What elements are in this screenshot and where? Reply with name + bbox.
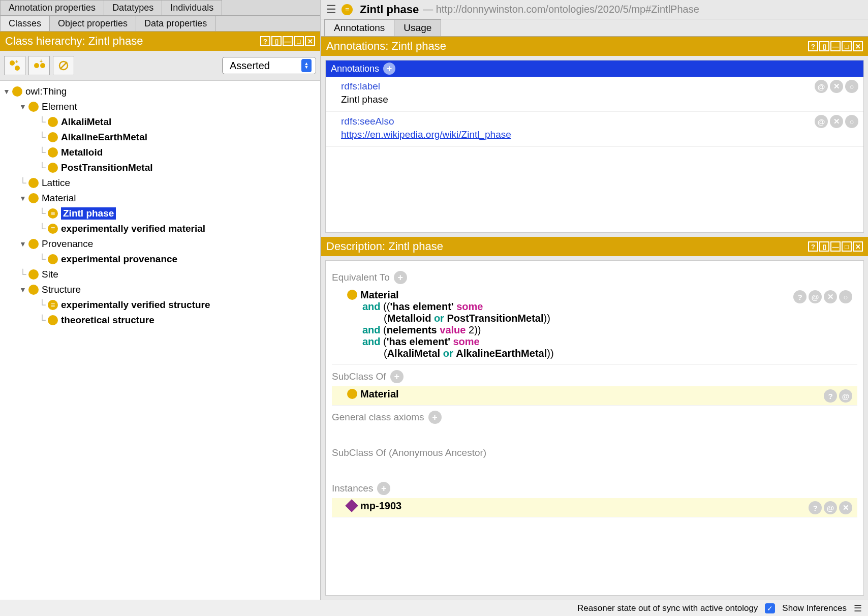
instance-expression[interactable]: ? @ ✕ mp-1903 (332, 498, 857, 517)
delete-icon[interactable]: ✕ (830, 115, 843, 128)
annotation-item-seealso[interactable]: @ ✕ ○ rdfs:seeAlso https://en.wikipedia.… (326, 112, 863, 147)
annotation-item-label[interactable]: @ ✕ ○ rdfs:label Zintl phase (326, 77, 863, 112)
panel-split-icon[interactable]: ▯ (271, 36, 282, 46)
class-ref: Material (360, 388, 399, 399)
delete-icon[interactable]: ✕ (824, 290, 837, 303)
disclosure-icon[interactable]: ▼ (18, 194, 27, 202)
tree-node-alkali[interactable]: └ AlkaliMetal (2, 114, 318, 130)
panel-close-icon[interactable]: ✕ (305, 36, 315, 46)
tab-annotations[interactable]: Annotations (324, 19, 394, 36)
delete-class-button[interactable] (53, 56, 74, 75)
literal-value: 2 (469, 324, 474, 335)
panel-help-icon[interactable]: ? (808, 41, 818, 51)
tree-label: AlkalineEarthMetal (61, 132, 147, 143)
panel-maximize-icon[interactable]: □ (842, 241, 852, 252)
panel-minimize-icon[interactable]: — (830, 41, 841, 51)
tree-node-structure[interactable]: ▼ Structure (2, 282, 318, 297)
annotate-icon[interactable]: @ (839, 389, 852, 403)
description-panel-title: Description: Zintl phase (326, 240, 443, 253)
delete-icon[interactable]: ✕ (830, 80, 843, 93)
disclosure-icon[interactable]: ▼ (18, 240, 27, 248)
tree-node-alkaline[interactable]: └ AlkalineEarthMetal (2, 130, 318, 145)
left-tabs-row1: Annotation properties Datatypes Individu… (0, 0, 320, 16)
list-menu-icon[interactable]: ☰ (854, 603, 862, 614)
add-instance-button[interactable]: + (377, 482, 390, 495)
tree-node-lattice[interactable]: └ Lattice (2, 175, 318, 191)
annotate-icon[interactable]: @ (809, 290, 822, 303)
explain-icon[interactable]: ? (793, 290, 807, 303)
equivalent-to-expression[interactable]: ? @ ✕ ○ Material and (('has element' som… (332, 287, 857, 365)
panel-split-icon[interactable]: ▯ (819, 41, 829, 51)
tree-node-zintl[interactable]: └ ≡ Zintl phase (2, 206, 318, 221)
tree-label: Provenance (42, 238, 93, 250)
annotations-section-label: Annotations (331, 64, 379, 74)
add-subclass-button[interactable]: + (4, 56, 25, 75)
panel-close-icon[interactable]: ✕ (853, 41, 863, 51)
add-subclass-button[interactable]: + (390, 370, 404, 383)
section-label: SubClass Of (332, 371, 386, 382)
disclosure-icon[interactable]: ▼ (2, 87, 11, 96)
panel-help-icon[interactable]: ? (808, 241, 818, 252)
annotation-link[interactable]: https://en.wikipedia.org/wiki/Zintl_phas… (341, 129, 511, 140)
subclass-of-expression[interactable]: ? @ Material (332, 386, 857, 406)
add-sibling-button[interactable]: + (28, 56, 50, 75)
svg-text:+: + (15, 59, 18, 65)
annotate-icon[interactable]: @ (815, 80, 828, 93)
tree-node-site[interactable]: └ Site (2, 267, 318, 282)
tree-node-material[interactable]: ▼ Material (2, 191, 318, 206)
panel-help-icon[interactable]: ? (260, 36, 270, 46)
tab-classes[interactable]: Classes (0, 16, 50, 31)
tree-label: AlkaliMetal (61, 116, 111, 128)
tree-node-thing[interactable]: ▼ owl:Thing (2, 84, 318, 99)
disclosure-icon[interactable]: ▼ (18, 103, 27, 111)
dropdown-chevron-icon: ▲▼ (301, 59, 312, 72)
assertion-mode-dropdown[interactable]: Asserted ▲▼ (222, 57, 316, 74)
tab-annotation-properties[interactable]: Annotation properties (0, 0, 104, 15)
show-inferences-checkbox[interactable]: ✓ (765, 603, 775, 613)
class-ref: PostTransitionMetal (447, 313, 543, 324)
tree-node-expmat[interactable]: └ ≡ experimentally verified material (2, 221, 318, 236)
add-annotation-button[interactable]: + (383, 63, 395, 75)
class-icon (48, 254, 58, 264)
tree-node-element[interactable]: ▼ Element (2, 99, 318, 114)
panel-maximize-icon[interactable]: □ (294, 36, 304, 46)
add-gca-button[interactable]: + (428, 411, 442, 424)
tab-object-properties[interactable]: Object properties (49, 16, 136, 31)
panel-minimize-icon[interactable]: — (283, 36, 293, 46)
panel-minimize-icon[interactable]: — (830, 241, 841, 252)
tab-individuals[interactable]: Individuals (162, 0, 222, 15)
tree-node-provenance[interactable]: ▼ Provenance (2, 236, 318, 252)
tree-label: owl:Thing (25, 86, 67, 97)
svg-point-0 (10, 60, 15, 66)
section-label: Instances (332, 483, 373, 494)
left-tabs-row2: Classes Object properties Data propertie… (0, 16, 320, 32)
class-icon (28, 285, 39, 295)
tree-node-metalloid[interactable]: └ Metalloid (2, 145, 318, 160)
disclosure-icon[interactable]: ▼ (18, 286, 27, 294)
hamburger-icon[interactable]: ☰ (326, 3, 336, 16)
class-icon (12, 86, 22, 97)
explain-icon[interactable]: ? (809, 501, 822, 514)
add-equivalent-button[interactable]: + (394, 271, 407, 284)
annotate-icon[interactable]: @ (815, 115, 828, 128)
tree-node-expprov[interactable]: └ experimental provenance (2, 252, 318, 267)
panel-close-icon[interactable]: ✕ (853, 241, 863, 252)
tab-usage[interactable]: Usage (394, 19, 441, 36)
edit-icon[interactable]: ○ (845, 115, 858, 128)
tree-node-expstruct[interactable]: └ ≡ experimentally verified structure (2, 297, 318, 313)
edit-icon[interactable]: ○ (839, 290, 852, 303)
panel-split-icon[interactable]: ▯ (819, 241, 829, 252)
explain-icon[interactable]: ? (824, 389, 837, 403)
tab-data-properties[interactable]: Data properties (136, 16, 215, 31)
description-content[interactable]: Equivalent To + ? @ ✕ ○ Material and (('… (325, 260, 864, 596)
tree-node-theostruct[interactable]: └ theoretical structure (2, 313, 318, 328)
annotate-icon[interactable]: @ (824, 501, 837, 514)
tab-datatypes[interactable]: Datatypes (104, 0, 162, 15)
panel-maximize-icon[interactable]: □ (842, 41, 852, 51)
delete-icon[interactable]: ✕ (839, 501, 852, 514)
edit-icon[interactable]: ○ (845, 80, 858, 93)
class-tree[interactable]: ▼ owl:Thing ▼ Element └ AlkaliMetal └ Al… (0, 80, 320, 600)
annotations-body: Annotations + @ ✕ ○ rdfs:label Zintl pha… (321, 56, 868, 237)
tree-label: Element (42, 101, 77, 112)
tree-node-posttransition[interactable]: └ PostTransitionMetal (2, 160, 318, 175)
